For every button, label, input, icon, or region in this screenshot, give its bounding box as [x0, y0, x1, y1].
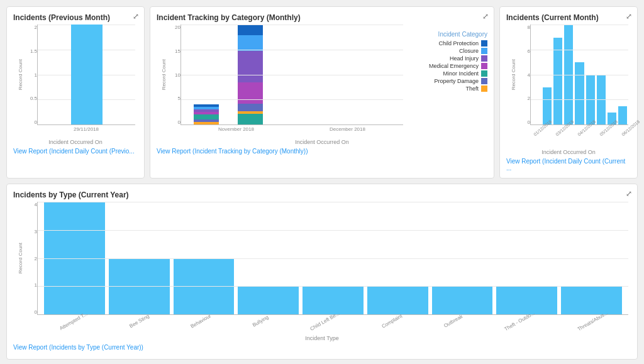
bar-9 — [618, 106, 627, 124]
bar-threats — [561, 286, 622, 314]
legend-color-medical-emergency — [481, 63, 487, 69]
prev-month-title: Incidents (Previous Month) — [13, 13, 110, 22]
current-month-x-axis-ticks: 01/12/2018 03/12/2018 04/12/2018 05/12/2… — [530, 125, 628, 138]
legend-title: Incident Category — [412, 31, 487, 38]
monthly-bars-area — [180, 25, 403, 125]
monthly-legend: Incident Category Child Protection Closu… — [406, 25, 487, 138]
monthly-y-ticks: 0 5 10 15 20 — [170, 25, 180, 125]
monthly-x-axis-label: Incident Occurred On — [157, 139, 487, 145]
prev-month-card: Incidents (Previous Month) ⤢ Record Coun… — [6, 6, 145, 179]
legend-child-protection: Child Protection — [412, 40, 487, 47]
legend-minor-incident: Minor Incident — [412, 70, 487, 77]
current-month-x-axis-label: Incident Occurred On — [506, 149, 631, 155]
by-type-y-label: Record Count — [18, 243, 23, 273]
legend-theft: Theft — [412, 85, 487, 92]
dashboard: Incidents (Previous Month) ⤢ Record Coun… — [6, 6, 638, 360]
bar-bullying — [238, 286, 299, 314]
prev-month-expand-icon[interactable]: ⤢ — [133, 12, 139, 21]
bar-theft — [496, 286, 557, 314]
by-type-x-axis-label: Incident Type — [13, 335, 631, 341]
current-month-title: Incidents (Current Month) — [506, 13, 599, 22]
top-row: Incidents (Previous Month) ⤢ Record Coun… — [6, 6, 638, 179]
bar-5 — [575, 62, 584, 124]
current-month-y-ticks: 0 2 4 6 8 — [520, 25, 530, 125]
prev-month-bar — [71, 25, 103, 124]
monthly-tracking-card: Incident Tracking by Category (Monthly) … — [150, 6, 494, 179]
monthly-tracking-expand-icon[interactable]: ⤢ — [482, 12, 489, 21]
prev-month-y-ticks: 0 0.5 1 1.5 2 — [27, 25, 37, 125]
prev-month-y-label: Record Count — [18, 59, 23, 90]
bar-outbreak — [432, 286, 493, 314]
legend-color-child-protection — [481, 40, 487, 47]
legend-property-damage: Property Damage — [412, 78, 487, 84]
legend-color-head-injury — [481, 55, 487, 62]
by-type-chart-area — [37, 202, 628, 315]
monthly-x-labels: November 2018 December 2018 — [180, 126, 403, 138]
prev-month-view-report[interactable]: View Report (Incident Daily Count (Previ… — [13, 148, 138, 155]
by-type-title: Incidents by Type (Current Year) — [13, 190, 129, 199]
current-month-view-report[interactable]: View Report (Incident Daily Count (Curre… — [506, 158, 631, 172]
current-month-y-label: Record Count — [511, 59, 516, 90]
by-type-card: Incidents by Type (Current Year) ⤢ Recor… — [6, 184, 638, 360]
current-month-card: Incidents (Current Month) ⤢ Record Count… — [499, 6, 638, 179]
legend-closure: Closure — [412, 48, 487, 54]
prev-month-chart-area — [37, 25, 135, 125]
legend-medical-emergency: Medical Emergency — [412, 63, 487, 69]
legend-color-closure — [481, 48, 487, 54]
by-type-y-ticks: 0 1 2 3 4 — [27, 202, 37, 315]
monthly-view-report[interactable]: View Report (Incident Tracking by Catego… — [157, 148, 487, 155]
monthly-y-label: Record Count — [161, 59, 167, 90]
prev-month-x-axis-label: Incident Occurred On — [13, 139, 138, 145]
by-type-expand-icon[interactable]: ⤢ — [626, 189, 632, 198]
by-type-view-report[interactable]: View Report (Incidents by Type (Current … — [13, 344, 631, 351]
legend-head-injury: Head Injury — [412, 55, 487, 62]
legend-color-property-damage — [481, 78, 487, 84]
current-month-expand-icon[interactable]: ⤢ — [626, 12, 632, 21]
prev-month-x-label: 29/11/2018 — [37, 126, 135, 138]
legend-color-minor-incident — [481, 70, 487, 77]
by-type-x-labels: Attempted T... Bee Sting Behaviour Bully… — [37, 316, 628, 334]
bar-complaint — [367, 286, 428, 314]
legend-color-theft — [481, 85, 487, 92]
nov-stacked-bar — [194, 104, 219, 124]
bar-child-left — [303, 286, 364, 314]
monthly-tracking-title: Incident Tracking by Category (Monthly) — [157, 13, 301, 22]
